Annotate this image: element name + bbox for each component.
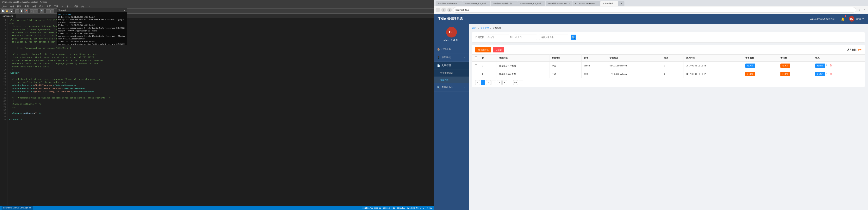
page-btn-4[interactable]: 4 [497, 80, 502, 85]
browser-tab-new[interactable]: + [618, 1, 624, 6]
menu-run[interactable]: 运行 [65, 4, 72, 8]
app-header-right: 2021-12-06 21:53:28 星期一 🔔 BE admin ▼ [810, 16, 864, 22]
articles-arrow-icon: ▲ [464, 65, 466, 67]
row1-checkbox[interactable] [475, 64, 477, 67]
nav-refresh-btn[interactable]: ↻ [447, 7, 452, 12]
search-button[interactable]: 🔍 [570, 34, 576, 40]
browser-tab-active[interactable]: 后台管理系统 × [600, 1, 618, 6]
toolbar-sep-4 [45, 9, 45, 12]
breadcrumb-sep1: > [477, 27, 479, 29]
total-label: 共有数据: [847, 48, 857, 51]
terminal-line: 21-Dec-2021 21:51:06.900 信息 [main] org.a… [58, 16, 126, 24]
browser-tab-4[interactable]: tomcat博客-Content.yml... × [546, 1, 572, 6]
publish-button[interactable]: 发布新闻稿 [475, 47, 491, 52]
editor-tab[interactable]: context.xml [0, 14, 16, 18]
page-prev-btn[interactable]: ‹ [475, 80, 480, 85]
row1-delete-btn[interactable]: 🗑 [830, 64, 832, 67]
terminal-line: org.java2000 [58, 13, 126, 16]
browser-tab-2[interactable]: one(待验证的拦截器): 普通商品... × [491, 1, 518, 6]
row1-recommend-btn[interactable]: 已顶置 [780, 63, 790, 68]
menu-settings[interactable]: 设置 [45, 4, 52, 8]
btn-paste[interactable]: 📌 [24, 9, 28, 13]
table-row: 2 世界山必坏环相处 小说 周刊 123456@mail.com 2 2017-… [472, 70, 865, 78]
page-dots: ... [508, 80, 513, 85]
sidebar-item-dashboard[interactable]: 🏠 我的桌面 [434, 45, 469, 53]
breadcrumb-parent[interactable]: 文章管理 [480, 27, 489, 29]
btn-find[interactable]: 🔍 [40, 9, 44, 13]
btn-cut[interactable]: ✂ [15, 9, 19, 13]
row2-recommend-btn[interactable]: 已顶置 [780, 72, 790, 76]
row1-recommend: 已顶置 [778, 61, 813, 70]
page-btn-1[interactable]: 1 [481, 80, 485, 85]
batch-delete-button[interactable]: 1 批量 [493, 47, 504, 52]
browser-bookmark-btn[interactable]: ☆ [857, 8, 861, 12]
nav-forward-btn[interactable]: › [441, 7, 446, 12]
menu-search[interactable]: 搜索 [16, 4, 23, 8]
btn-copy[interactable]: 📋 [20, 9, 24, 13]
username-input[interactable] [539, 34, 568, 40]
date-range-label: 日期范围 [475, 36, 485, 39]
menu-edit[interactable]: 编辑 [8, 4, 16, 8]
page-btn-last[interactable]: 146 [513, 80, 518, 85]
row1-title: 世界山必坏环相处 [497, 61, 549, 70]
row2-top-pages-btn[interactable]: 已顶置 [745, 72, 755, 76]
breadcrumb-current: 文章列表 [493, 27, 501, 29]
menu-tools[interactable]: 工具 [52, 4, 60, 8]
browser-tab-5[interactable]: HTTP Status 404 • Not Found × [573, 1, 600, 6]
browser-tab-3[interactable]: tomcat - Server_IDP_组播查 × [518, 1, 545, 6]
sidebar-item-articles[interactable]: 📄 文章管理 ▲ [434, 61, 469, 70]
search-icon: 🔍 [437, 86, 440, 89]
header-user[interactable]: BE admin ▼ [849, 16, 864, 22]
page-next-btn[interactable]: › [519, 80, 523, 85]
browser-url-bar[interactable]: localhost:8080 [453, 7, 856, 12]
menu-help[interactable]: ? [87, 4, 91, 8]
row1-status-btn[interactable]: 已激活 [815, 63, 825, 68]
btn-undo[interactable]: ↩ [30, 9, 34, 13]
menu-plugins[interactable]: 插件 [72, 4, 80, 8]
menu-file[interactable]: 文件 [1, 4, 8, 8]
sidebar-item-add-phone[interactable]: 📱 添加手机 ▼ [434, 53, 469, 61]
page-btn-5[interactable]: 5 [502, 80, 507, 85]
date-from-input[interactable] [486, 34, 509, 40]
th-date: 录入时间 [684, 55, 743, 61]
btn-open[interactable]: 📂 [5, 9, 9, 13]
code-content[interactable]: <?xml version="1.0" encoding="UTF-8"?> <… [8, 18, 434, 206]
menu-encoding[interactable]: 编码 [30, 4, 38, 8]
sidebar-subitem-article-types[interactable]: 文章类型列表 [434, 70, 469, 77]
select-all-checkbox[interactable] [475, 56, 477, 59]
menu-macro[interactable]: 宏 [60, 4, 65, 8]
browser-tab-0[interactable]: 部分简单人工智能的图形化实现 - 学... × [436, 1, 463, 6]
notification-btn[interactable]: 🔔 [840, 16, 846, 22]
btn-zoomout[interactable]: - [51, 9, 54, 13]
menu-window[interactable]: 窗口 [80, 4, 87, 8]
nav-back-btn[interactable]: ‹ [436, 7, 440, 12]
browse-helper-label: 查看和助手 [441, 86, 453, 89]
btn-new[interactable]: 📄 [1, 9, 5, 13]
row1-top-pages-btn[interactable]: 已顶置 [745, 63, 755, 68]
arrow-icon: ▼ [464, 56, 466, 58]
browser-menu-btn[interactable]: ⋮ [862, 8, 866, 12]
terminal-close-btn[interactable]: ✕ [124, 9, 126, 12]
btn-zoomin[interactable]: + [46, 9, 50, 13]
sidebar-subitem-article-list[interactable]: 文章列表 [434, 77, 469, 83]
row2-edit-btn[interactable]: ✎ [826, 72, 828, 75]
page-btn-3[interactable]: 3 [492, 80, 496, 85]
breadcrumb-home[interactable]: 首页 [472, 27, 476, 29]
menu-view[interactable]: 视图 [23, 4, 30, 8]
menu-language[interactable]: 语言 [38, 4, 45, 8]
editor-main: 12345 678910 1112131415 1617181920 21222… [0, 18, 434, 206]
btn-save[interactable]: 💾 [9, 9, 13, 13]
row2-status-btn[interactable]: 已激活 [815, 72, 825, 76]
row2-checkbox[interactable] [475, 73, 477, 75]
browser-tab-1[interactable]: tomcat - Server_IDP_组播查 × × [463, 1, 490, 6]
date-to-input[interactable] [514, 34, 537, 40]
btn-redo[interactable]: ↪ [34, 9, 38, 13]
row1-edit-btn[interactable]: ✎ [826, 64, 828, 67]
table-header: ID 文章标题 文章类型 作者 文章来源 排序 录入时间 置页面数 置顶数 状态 [472, 55, 865, 61]
terminal-window: Terminal ✕ org.java2000 21-Dec-2021 21:5… [57, 8, 127, 45]
row2-author: 周刊 [582, 70, 607, 78]
row2-delete-btn[interactable]: 🗑 [830, 72, 832, 75]
page-btn-2[interactable]: 2 [486, 80, 491, 85]
sidebar-item-browse-helper[interactable]: 🔍 查看和助手 ▼ [434, 83, 469, 91]
dashboard-label: 我的桌面 [441, 48, 451, 51]
